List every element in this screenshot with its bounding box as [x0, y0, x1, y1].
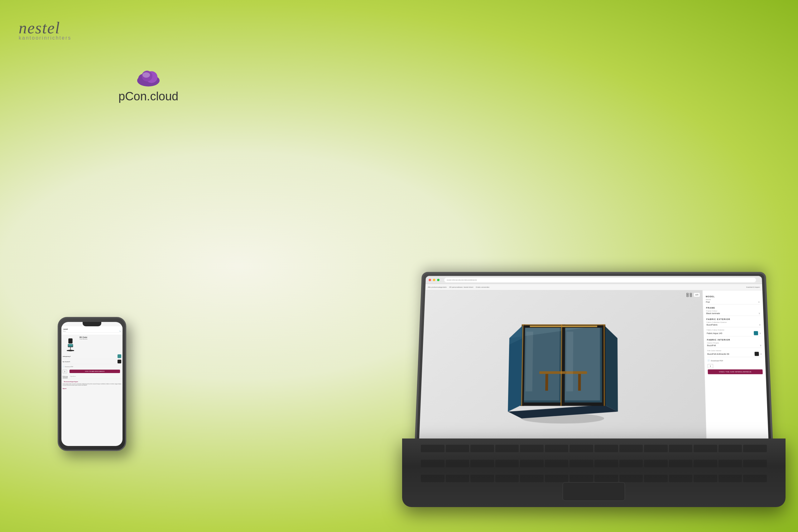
key[interactable]	[620, 460, 643, 467]
nav-item-3[interactable]: Gratis verzenden	[476, 286, 489, 288]
key[interactable]	[520, 475, 544, 482]
laptop-screen: nestel.nl/en/producten/akoestiek/pods Al…	[419, 276, 768, 442]
browser-maximize-dot[interactable]	[437, 279, 439, 281]
download-pdf-button[interactable]: 📄 Download PDF	[708, 360, 762, 362]
key[interactable]	[694, 460, 717, 467]
phone-notch	[82, 322, 101, 326]
felt-colour-chevron: ∨	[760, 353, 762, 355]
key[interactable]	[421, 460, 444, 467]
fabric-colour-swatch	[754, 331, 758, 335]
phone-download: 📄 Download PDF	[61, 365, 122, 368]
browser-url-bar[interactable]: nestel.nl/en/producten/akoestiek/pods	[444, 278, 756, 282]
key[interactable]	[446, 460, 470, 467]
key[interactable]	[545, 445, 569, 452]
key[interactable]	[694, 475, 717, 482]
browser-url-text: nestel.nl/en/producten/akoestiek/pods	[447, 279, 477, 281]
key[interactable]	[570, 445, 593, 452]
add-to-cart-button[interactable]: VOEG TOE AAN WINKELMANDJE	[708, 369, 762, 374]
key[interactable]	[620, 475, 643, 482]
browser-close-dot[interactable]	[429, 279, 431, 281]
key[interactable]	[520, 460, 544, 467]
key[interactable]	[644, 460, 668, 467]
frame-chevron: ∨	[758, 312, 760, 315]
laptop-touchpad[interactable]	[563, 482, 625, 501]
nav-item-2[interactable]: 3D personaliseer, bestel direct	[449, 286, 474, 288]
phone-desc-text: Lorem ipsum dolor sit amet consectetur a…	[63, 383, 121, 386]
nav-item-4[interactable]: Inwinkel & kopen	[746, 286, 760, 288]
fabric-colour-value[interactable]: Fabric Aqua 143 ∨	[707, 331, 761, 336]
interior-people-value[interactable]: BuzziFelt ∨	[707, 344, 762, 348]
model-value[interactable]: Pod ∨	[706, 301, 760, 304]
phone-download-label: Download PDF	[65, 366, 73, 367]
key[interactable]	[669, 460, 692, 467]
key[interactable]	[421, 475, 444, 482]
frame-colour-label: Frame Colour	[706, 310, 760, 312]
laptop-mockup: nestel.nl/en/producten/akoestiek/pods Al…	[415, 264, 773, 507]
phone-tab-beschrijving[interactable]: Beleiving	[63, 376, 68, 378]
key[interactable]	[520, 445, 544, 452]
svg-point-12	[73, 350, 74, 351]
key[interactable]	[669, 475, 692, 482]
key[interactable]	[446, 445, 470, 452]
phone-product-info: 861 Clader Charli Antcilha	[79, 336, 121, 352]
key[interactable]	[421, 445, 444, 452]
phone-option-row-2: laur hunder 8	[63, 359, 121, 364]
felt-colour-label: Felt Color Interior	[707, 350, 762, 352]
browser-minimize-dot[interactable]	[433, 279, 435, 281]
svg-rect-5	[68, 339, 72, 344]
svg-rect-15	[690, 293, 692, 294]
key[interactable]	[644, 445, 668, 452]
key[interactable]	[743, 460, 767, 467]
fabric-collection-label: Fabric Collection Exterior	[706, 321, 761, 323]
key[interactable]	[620, 445, 643, 452]
key[interactable]	[669, 445, 692, 452]
pcon-label-text: pCon.cloud	[118, 90, 178, 103]
svg-rect-16	[687, 295, 688, 297]
key[interactable]	[495, 475, 519, 482]
ar-button[interactable]: AR	[694, 293, 700, 297]
key[interactable]	[594, 475, 618, 482]
key[interactable]	[545, 460, 569, 467]
key[interactable]	[719, 460, 742, 467]
felt-colour-value[interactable]: BuzziFelt Anthracite 68 ∨	[707, 352, 762, 357]
phone-option-label-1: zideappising 4	[63, 356, 71, 357]
laptop-keyboard	[421, 445, 767, 488]
key[interactable]	[495, 460, 519, 467]
key[interactable]	[446, 475, 470, 482]
phone-color-swatch-1	[117, 354, 121, 358]
phone-tab-specificaties[interactable]: Specificat.	[70, 376, 76, 378]
key[interactable]	[470, 475, 494, 482]
key[interactable]	[743, 475, 767, 482]
nestel-logo: nestel kantoorinrichters	[19, 19, 71, 41]
browser-nav: Alle productcategorieën 3D personaliseer…	[425, 284, 762, 290]
frame-colour-value[interactable]: Black laminate ∨	[706, 312, 760, 316]
phone-add-to-cart-button[interactable]: VOEG TOE AAN WINKELMANDJE	[70, 369, 120, 373]
key[interactable]	[570, 475, 593, 482]
expand-icon[interactable]	[686, 293, 692, 297]
phone-qty[interactable]: 1	[63, 369, 67, 373]
key[interactable]	[570, 460, 593, 467]
key[interactable]	[743, 445, 767, 452]
key[interactable]	[470, 460, 494, 467]
fabric-exterior-section-title: FABRIC EXTERIOR	[706, 318, 761, 320]
viewer-controls: AR	[686, 293, 700, 297]
key[interactable]	[719, 475, 742, 482]
key[interactable]	[594, 445, 618, 452]
fabric-colour-label: Fabric Colour Exterior	[707, 329, 761, 331]
phone-screen: nestel Menu 🔍	[61, 322, 122, 446]
key[interactable]	[545, 475, 569, 482]
fabric-collection-value[interactable]: BuzziFabric ∨	[706, 323, 761, 327]
key[interactable]	[470, 445, 494, 452]
key[interactable]	[594, 460, 618, 467]
key[interactable]	[694, 445, 717, 452]
download-label: Download PDF	[711, 360, 723, 362]
key[interactable]	[495, 445, 519, 452]
nav-item-1[interactable]: Alle productcategorieën	[428, 286, 447, 288]
svg-rect-36	[566, 331, 573, 392]
quantity-input[interactable]: 1	[708, 364, 713, 368]
svg-rect-32	[604, 324, 605, 406]
key[interactable]	[719, 445, 742, 452]
phone-header: nestel Menu 🔍	[61, 326, 122, 335]
phone-tabs: Beleiving Specificat.	[61, 374, 122, 379]
key[interactable]	[644, 475, 668, 482]
